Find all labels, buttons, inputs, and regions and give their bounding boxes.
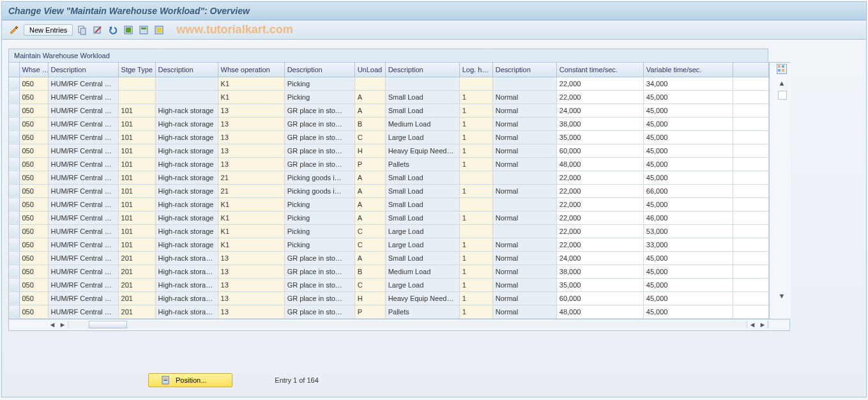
cell-logh[interactable]: 1 xyxy=(459,251,492,265)
cell-whse[interactable]: 050 xyxy=(19,305,48,318)
cell-oper[interactable]: 13 xyxy=(218,157,284,171)
select-block-icon[interactable] xyxy=(138,24,149,36)
col-stge-header[interactable]: Stge Type xyxy=(118,63,155,77)
table-row[interactable]: 050HUM/RF Central W…K1Picking22,00034,00… xyxy=(9,77,769,90)
cell-whse[interactable]: 050 xyxy=(19,265,48,278)
table-row[interactable]: 050HUM/RF Central W…201High-rack storag…… xyxy=(9,305,769,318)
deselect-all-icon[interactable] xyxy=(153,24,165,36)
cell-whse[interactable]: 050 xyxy=(19,90,48,104)
cell-oper[interactable]: 13 xyxy=(218,144,284,157)
cell-unload[interactable]: P xyxy=(354,157,385,171)
cell-logh[interactable]: 1 xyxy=(459,291,492,305)
delete-icon[interactable] xyxy=(92,24,103,36)
col-desc1-header[interactable]: Description xyxy=(48,63,118,77)
scroll-left-icon[interactable]: ◄ xyxy=(47,321,57,328)
table-row[interactable]: 050HUM/RF Central W…201High-rack storag…… xyxy=(9,251,769,265)
row-selector[interactable] xyxy=(9,224,19,238)
cell-unload[interactable]: H xyxy=(354,144,385,157)
row-selector[interactable] xyxy=(9,184,19,197)
vertical-scrollbar[interactable]: ▲ ▼ xyxy=(769,63,791,319)
cell-unload[interactable]: H xyxy=(354,291,385,305)
cell-whse[interactable]: 050 xyxy=(19,291,48,305)
cell-whse[interactable]: 050 xyxy=(19,184,48,197)
cell-var[interactable]: 45,000 xyxy=(643,117,733,130)
cell-stge[interactable]: 201 xyxy=(118,251,155,265)
cell-logh[interactable]: 1 xyxy=(459,211,492,224)
table-row[interactable]: 050HUM/RF Central W…101High-rack storage… xyxy=(9,117,769,130)
cell-var[interactable]: 45,000 xyxy=(643,197,733,211)
cell-logh[interactable]: 1 xyxy=(459,144,492,157)
row-selector[interactable] xyxy=(9,171,19,184)
cell-unload[interactable]: C xyxy=(354,278,385,291)
cell-const[interactable]: 22,000 xyxy=(556,171,643,184)
table-row[interactable]: 050HUM/RF Central W…101High-rack storage… xyxy=(9,144,769,157)
cell-unload[interactable]: A xyxy=(354,197,385,211)
cell-const[interactable]: 22,000 xyxy=(556,224,643,238)
col-oper-header[interactable]: Whse operation xyxy=(218,63,284,77)
cell-unload[interactable]: A xyxy=(354,184,385,197)
cell-const[interactable]: 22,000 xyxy=(556,238,643,251)
col-var-header[interactable]: Variable time/sec. xyxy=(643,63,733,77)
cell-stge[interactable]: 101 xyxy=(118,144,155,157)
cell-logh[interactable]: 1 xyxy=(459,117,492,130)
cell-stge[interactable]: 101 xyxy=(118,197,155,211)
cell-unload[interactable]: A xyxy=(354,211,385,224)
cell-var[interactable]: 66,000 xyxy=(643,184,733,197)
cell-logh[interactable]: 1 xyxy=(459,238,492,251)
cell-const[interactable]: 60,000 xyxy=(556,144,643,157)
table-row[interactable]: 050HUM/RF Central W…101High-rack storage… xyxy=(9,238,769,251)
row-selector[interactable] xyxy=(9,144,19,157)
cell-unload[interactable]: A xyxy=(354,90,385,104)
cell-stge[interactable] xyxy=(118,90,155,104)
cell-oper[interactable]: 13 xyxy=(218,251,284,265)
cell-unload[interactable]: B xyxy=(354,117,385,130)
cell-var[interactable]: 34,000 xyxy=(643,77,733,90)
cell-whse[interactable]: 050 xyxy=(19,104,48,117)
cell-oper[interactable]: 13 xyxy=(218,265,284,278)
cell-logh[interactable] xyxy=(459,224,492,238)
cell-unload[interactable]: B xyxy=(354,265,385,278)
cell-whse[interactable]: 050 xyxy=(19,117,48,130)
table-row[interactable]: 050HUM/RF Central W…101High-rack storage… xyxy=(9,184,769,197)
cell-var[interactable]: 45,000 xyxy=(643,130,733,144)
col-desc4-header[interactable]: Description xyxy=(385,63,459,77)
row-selector[interactable] xyxy=(9,104,19,117)
col-logh-header[interactable]: Log. h… xyxy=(459,63,492,77)
table-row[interactable]: 050HUM/RF Central W…101High-rack storage… xyxy=(9,211,769,224)
table-row[interactable]: 050HUM/RF Central W…101High-rack storage… xyxy=(9,224,769,238)
table-row[interactable]: 050HUM/RF Central W…101High-rack storage… xyxy=(9,130,769,144)
cell-const[interactable]: 48,000 xyxy=(556,305,643,318)
col-desc3-header[interactable]: Description xyxy=(284,63,354,77)
cell-var[interactable]: 45,000 xyxy=(643,305,733,318)
cell-whse[interactable]: 050 xyxy=(19,157,48,171)
cell-whse[interactable]: 050 xyxy=(19,130,48,144)
cell-const[interactable]: 35,000 xyxy=(556,278,643,291)
row-selector[interactable] xyxy=(9,90,19,104)
col-desc5-header[interactable]: Description xyxy=(492,63,556,77)
cell-logh[interactable]: 1 xyxy=(459,130,492,144)
table-row[interactable]: 050HUM/RF Central W…101High-rack storage… xyxy=(9,157,769,171)
cell-stge[interactable]: 201 xyxy=(118,305,155,318)
cell-stge[interactable]: 101 xyxy=(118,211,155,224)
table-row[interactable]: 050HUM/RF Central W…101High-rack storage… xyxy=(9,197,769,211)
col-const-header[interactable]: Constant time/sec. xyxy=(556,63,643,77)
cell-logh[interactable]: 1 xyxy=(459,305,492,318)
new-entries-button[interactable]: New Entries xyxy=(24,24,73,36)
cell-oper[interactable]: 13 xyxy=(218,130,284,144)
toggle-change-icon[interactable] xyxy=(8,24,20,36)
cell-logh[interactable] xyxy=(459,171,492,184)
row-selector[interactable] xyxy=(9,251,19,265)
cell-oper[interactable]: K1 xyxy=(218,224,284,238)
cell-logh[interactable]: 1 xyxy=(459,278,492,291)
cell-const[interactable]: 48,000 xyxy=(556,157,643,171)
cell-stge[interactable]: 101 xyxy=(118,104,155,117)
cell-const[interactable]: 38,000 xyxy=(556,265,643,278)
cell-const[interactable]: 35,000 xyxy=(556,130,643,144)
cell-const[interactable]: 22,000 xyxy=(556,77,643,90)
row-selector[interactable] xyxy=(9,238,19,251)
cell-oper[interactable]: 13 xyxy=(218,278,284,291)
cell-var[interactable]: 45,000 xyxy=(643,251,733,265)
copy-as-icon[interactable] xyxy=(77,24,88,36)
cell-const[interactable]: 38,000 xyxy=(556,117,643,130)
undo-change-icon[interactable] xyxy=(107,24,119,36)
